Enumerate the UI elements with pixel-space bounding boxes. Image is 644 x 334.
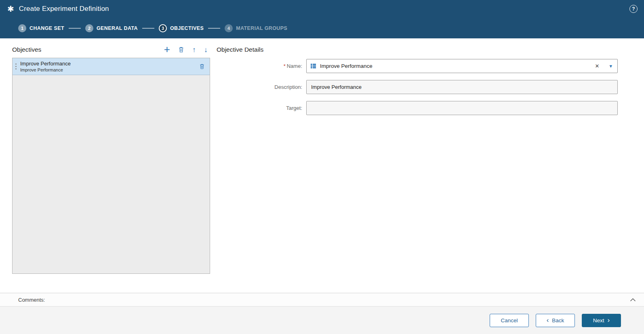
chevron-right-icon: › — [608, 317, 610, 323]
step-general-data[interactable]: 2 GENERAL DATA — [85, 24, 138, 32]
step-connector — [208, 28, 220, 29]
objective-details-title: Objective Details — [217, 42, 618, 57]
step-connector — [142, 28, 154, 29]
description-field-row: Description: — [210, 80, 618, 94]
required-marker: * — [284, 63, 286, 69]
step-1-circle: 1 — [18, 24, 26, 32]
step-4-label: MATERIAL GROUPS — [236, 25, 287, 31]
name-label-text: Name: — [287, 63, 302, 69]
target-field-label: Target: — [210, 105, 306, 111]
drag-handle-icon[interactable] — [15, 63, 17, 69]
objective-details-form: *Name: Improve Performance ✕ ▾ Descr — [210, 59, 618, 115]
objectives-panel: Objectives + ↑ ↓ Improve Performance Imp… — [12, 42, 210, 293]
delete-objective-button[interactable] — [178, 46, 184, 53]
footer-button-bar: Cancel ‹ Back Next › — [0, 306, 644, 334]
objectives-panel-header: Objectives + ↑ ↓ — [12, 42, 210, 57]
back-button[interactable]: ‹ Back — [536, 314, 575, 327]
wizard-stepper: 1 CHANGE SET 2 GENERAL DATA 3 OBJECTIVES… — [0, 18, 644, 38]
step-2-label: GENERAL DATA — [97, 25, 138, 31]
trash-icon — [178, 46, 184, 53]
description-input[interactable] — [306, 80, 618, 94]
move-down-button[interactable]: ↓ — [204, 46, 208, 53]
move-up-button[interactable]: ↑ — [192, 46, 196, 53]
clear-icon[interactable]: ✕ — [592, 62, 603, 70]
step-1-label: CHANGE SET — [29, 25, 64, 31]
step-2-circle: 2 — [85, 24, 93, 32]
trash-icon — [199, 63, 205, 69]
cancel-button[interactable]: Cancel — [490, 314, 529, 327]
target-field-row: Target: — [210, 101, 618, 115]
name-combobox-value: Improve Performance — [320, 63, 373, 69]
chevron-up-icon — [630, 298, 636, 302]
objective-item-title: Improve Performance — [20, 61, 71, 67]
main-content: Objectives + ↑ ↓ Improve Performance Imp… — [0, 38, 644, 293]
chevron-left-icon: ‹ — [547, 317, 549, 323]
step-material-groups[interactable]: 4 MATERIAL GROUPS — [225, 24, 287, 32]
dialog-header: ✱ Create Experiment Definition ? — [0, 0, 644, 18]
objective-item-delete-button[interactable] — [199, 63, 205, 69]
objective-item-text: Improve Performance Improve Performance — [20, 61, 71, 72]
name-field-label: *Name: — [210, 63, 306, 69]
step-4-circle: 4 — [225, 24, 233, 32]
add-objective-button[interactable]: + — [164, 45, 170, 53]
comments-bar: Comments: — [0, 293, 644, 306]
objective-details-panel: Objective Details *Name: Improve Perform… — [210, 42, 644, 293]
name-combobox[interactable]: Improve Performance ✕ ▾ — [306, 59, 618, 73]
objective-list-item-selected[interactable]: Improve Performance Improve Performance — [13, 58, 210, 75]
objective-type-table-icon — [310, 63, 316, 69]
step-3-label: OBJECTIVES — [170, 25, 204, 31]
next-button-label: Next — [593, 317, 604, 323]
comments-label: Comments: — [18, 297, 45, 303]
description-field-label: Description: — [210, 84, 306, 90]
dialog-title: Create Experiment Definition — [19, 5, 109, 13]
step-change-set[interactable]: 1 CHANGE SET — [18, 24, 64, 32]
objectives-list: Improve Performance Improve Performance — [12, 58, 210, 274]
step-connector — [69, 28, 81, 29]
step-3-circle: 3 — [159, 24, 167, 32]
asterisk-app-icon: ✱ — [7, 5, 14, 13]
cancel-button-label: Cancel — [501, 317, 518, 323]
next-button[interactable]: Next › — [582, 314, 621, 327]
target-input[interactable] — [306, 101, 618, 115]
objectives-toolbar: + ↑ ↓ — [164, 46, 210, 53]
back-button-label: Back — [552, 317, 564, 323]
help-icon[interactable]: ? — [629, 5, 638, 13]
chevron-down-icon[interactable]: ▾ — [606, 62, 614, 70]
name-field-row: *Name: Improve Performance ✕ ▾ — [210, 59, 618, 73]
objective-item-subtitle: Improve Performance — [20, 67, 71, 72]
step-objectives[interactable]: 3 OBJECTIVES — [159, 24, 204, 32]
collapse-comments-button[interactable] — [630, 298, 636, 302]
objectives-title: Objectives — [12, 46, 41, 53]
